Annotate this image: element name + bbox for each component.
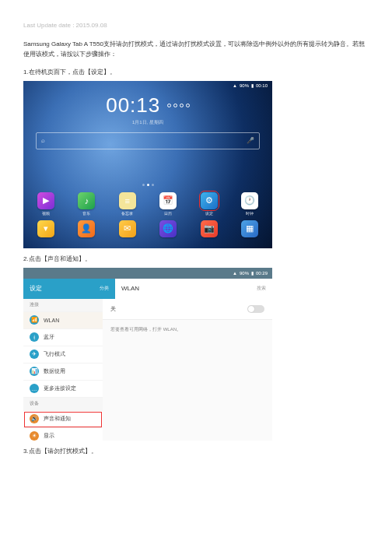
step-3: 3.点击【请勿打扰模式】。: [23, 447, 369, 455]
sidebar-item[interactable]: 🔊声音和通知: [23, 411, 103, 428]
settings-label: 设定: [198, 211, 221, 216]
screenshot-settings: ▲ 90% ▮ 00:29 设定 分类 WLAN 搜索 连接📶WLANᚼ蓝牙✈飞…: [23, 268, 272, 441]
battery-text: 90%: [240, 271, 249, 276]
sidebar-item[interactable]: ☀显示: [23, 428, 103, 441]
camera-label: [198, 239, 221, 244]
search-label[interactable]: 搜索: [257, 285, 266, 292]
calendar-label: 日历: [156, 211, 180, 216]
sidebar-item-label: WLAN: [44, 318, 59, 323]
sidebar-item[interactable]: ✈飞行模式: [23, 346, 103, 364]
messages-icon: ✉: [119, 220, 136, 237]
status-bar: ▲ 90% ▮ 00:10: [23, 81, 272, 90]
page-indicator[interactable]: [23, 184, 272, 186]
memo-label: 备忘录: [116, 211, 139, 216]
settings-detail-pane: 关 若要查看可用网络，打开 WLAN。: [103, 299, 272, 441]
app-video[interactable]: ▶视频: [34, 192, 58, 216]
app-music[interactable]: ♪音乐: [75, 192, 98, 216]
sidebar-item-icon: 🔊: [30, 414, 39, 423]
music-icon: ♪: [78, 192, 95, 209]
app-clock[interactable]: 🕐时钟: [238, 192, 261, 216]
sidebar-section: 设备: [23, 398, 103, 411]
header-detail-panel: WLAN 搜索: [115, 279, 272, 299]
internet-icon: 🌐: [159, 220, 177, 237]
sidebar-item-label: 蓝牙: [44, 333, 54, 341]
music-label: 音乐: [75, 211, 98, 216]
google-search-bar[interactable]: ⌕ 🎤: [36, 132, 260, 149]
app-settings[interactable]: ⚙设定: [198, 192, 221, 216]
sidebar-item-icon: …: [30, 384, 39, 393]
detail-title: WLAN: [121, 285, 139, 292]
google-icon: ⌕: [41, 137, 45, 144]
camera-icon: 📷: [201, 220, 218, 237]
status-bar: ▲ 90% ▮ 00:29: [23, 268, 272, 279]
app-calendar[interactable]: 📅日历: [156, 192, 180, 216]
mic-icon[interactable]: 🎤: [247, 137, 254, 144]
clock-widget[interactable]: 00:13 1月1日, 星期四: [23, 93, 272, 126]
last-update: Last Update date : 2015.09.08: [23, 22, 369, 29]
sidebar-item-icon: 📶: [30, 315, 39, 325]
app-memo[interactable]: ≡备忘录: [116, 192, 139, 216]
sidebar-item-label: 更多连接设定: [44, 385, 76, 392]
app-store[interactable]: ▾: [34, 220, 58, 244]
clock-time: 00:13: [106, 93, 160, 117]
store-icon: ▾: [37, 220, 54, 237]
app-contacts[interactable]: 👤: [75, 220, 98, 244]
wlan-toggle[interactable]: [247, 305, 264, 313]
app-messages[interactable]: ✉: [116, 220, 139, 244]
statusbar-time: 00:10: [256, 83, 268, 88]
contacts-label: [75, 239, 98, 244]
battery-icon: ▮: [251, 270, 254, 276]
sidebar-item-icon: ☀: [30, 431, 39, 441]
category-button[interactable]: 分类: [100, 285, 109, 292]
settings-title: 设定: [30, 284, 42, 293]
header-title-panel: 设定 分类: [23, 279, 115, 299]
sidebar-item-icon: ᚼ: [30, 332, 39, 342]
memo-icon: ≡: [119, 192, 136, 209]
calendar-icon: 📅: [159, 192, 177, 209]
contacts-icon: 👤: [78, 220, 95, 237]
apps-icon: ▦: [241, 220, 258, 237]
intro-paragraph: Samsung Galaxy Tab A T550支持请勿打扰模式，通过请勿打扰…: [23, 40, 369, 60]
statusbar-time: 00:29: [256, 271, 268, 276]
app-apps[interactable]: ▦: [238, 220, 261, 244]
sidebar-section: 连接: [23, 299, 103, 312]
sidebar-item[interactable]: ᚼ蓝牙: [23, 329, 103, 346]
screenshot-homescreen: ▲ 90% ▮ 00:10 00:13 1月1日, 星期四 ⌕ 🎤 ▶视频♪音乐…: [23, 81, 272, 248]
settings-header: 设定 分类 WLAN 搜索: [23, 279, 272, 299]
weather-dots: [167, 104, 190, 107]
app-row-1: ▶视频♪音乐≡备忘录📅日历⚙设定🕐时钟: [34, 192, 261, 216]
wifi-icon: ▲: [233, 271, 237, 276]
apps-label: [238, 239, 261, 244]
settings-icon: ⚙: [201, 192, 218, 209]
video-label: 视频: [34, 211, 58, 216]
wlan-toggle-row[interactable]: 关: [103, 299, 272, 320]
clock-date: 1月1日, 星期四: [23, 119, 272, 126]
wifi-icon: ▲: [233, 83, 237, 88]
sidebar-item[interactable]: 📶WLAN: [23, 312, 103, 329]
battery-icon: ▮: [251, 83, 254, 88]
wlan-hint: 若要查看可用网络，打开 WLAN。: [103, 320, 272, 339]
clock-label: 时钟: [238, 211, 261, 216]
internet-label: [156, 239, 180, 244]
sidebar-item-label: 飞行模式: [44, 350, 65, 358]
step-1: 1.在待机页面下，点击【设定】。: [23, 68, 369, 76]
sidebar-item[interactable]: 📊数据使用: [23, 364, 103, 381]
app-camera[interactable]: 📷: [198, 220, 221, 244]
sidebar-item-label: 数据使用: [44, 367, 65, 375]
battery-text: 90%: [240, 83, 249, 88]
settings-sidebar: 连接📶WLANᚼ蓝牙✈飞行模式📊数据使用…更多连接设定设备🔊声音和通知☀显示✋动…: [23, 299, 103, 441]
sidebar-item-label: 显示: [44, 432, 54, 440]
sidebar-item-icon: ✈: [30, 350, 39, 359]
video-icon: ▶: [37, 192, 54, 209]
messages-label: [116, 239, 139, 244]
sidebar-item-icon: 📊: [30, 367, 39, 376]
step-2: 2.点击【声音和通知】。: [23, 255, 369, 263]
app-row-2: ▾👤✉🌐📷▦: [34, 220, 261, 244]
clock-icon: 🕐: [241, 192, 258, 209]
store-label: [34, 239, 58, 244]
sidebar-item-label: 声音和通知: [44, 415, 71, 423]
sidebar-item[interactable]: …更多连接设定: [23, 381, 103, 398]
settings-body: 连接📶WLANᚼ蓝牙✈飞行模式📊数据使用…更多连接设定设备🔊声音和通知☀显示✋动…: [23, 299, 272, 441]
app-internet[interactable]: 🌐: [156, 220, 180, 244]
wlan-off-label: 关: [110, 305, 116, 313]
